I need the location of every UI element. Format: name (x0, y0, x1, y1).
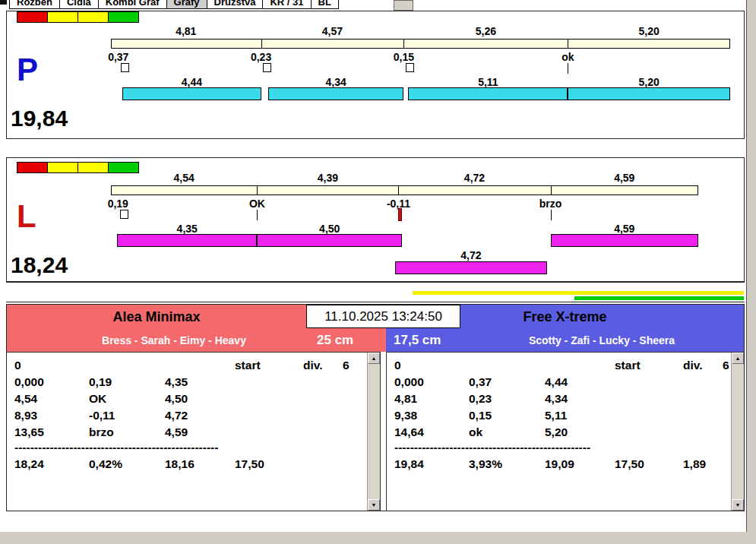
tab-grafy[interactable]: Grafy (166, 0, 207, 9)
split-time-label: 4,81 (176, 25, 196, 37)
split-tick-mark (551, 185, 552, 195)
run-bar-segment (268, 87, 403, 100)
list-cell: 5,20 (545, 425, 568, 439)
list-row: 14,64ok5,20 (387, 425, 744, 442)
list-cell: 6 (343, 359, 350, 372)
list-row: 4,810,234,34 (387, 392, 744, 409)
sensor-marker-box (120, 210, 128, 219)
results-section: Alea Minimax Bress - Sarah - Eimy - Heav… (6, 304, 745, 511)
list-cell: 1,89 (683, 457, 706, 471)
split-time-bar (111, 185, 698, 195)
tab-bl[interactable]: BL (311, 0, 339, 9)
list-cell: 0,15 (469, 409, 492, 422)
sensor-label: ok (561, 51, 574, 63)
list-cell: ----------------------------------------… (14, 441, 218, 454)
list-cell: ----------------------------------------… (394, 441, 590, 454)
progress-bar-yellow (413, 291, 744, 295)
list-cell: div. (683, 359, 703, 372)
list-cell: -0,11 (89, 409, 115, 422)
jump-height-right: 17,5 cm (394, 333, 441, 348)
app-window: RozbehCidlaKombi GrafGrafyDruzstvaKR / 3… (0, 0, 747, 532)
list-cell: 0,42% (89, 457, 122, 471)
list-row: 8,93-0,114,72 (7, 409, 380, 425)
split-tick-mark (257, 185, 258, 195)
list-row: 9,380,155,11 (387, 409, 744, 425)
list-cell: 4,59 (165, 425, 188, 439)
list-cell: div. (303, 359, 323, 372)
list-cell: 4,50 (165, 392, 188, 406)
list-cell: 4,72 (165, 409, 188, 422)
run-time-label: 5,11 (478, 76, 498, 88)
list-cell: ok (469, 425, 482, 439)
desktop-edge-bottom (0, 532, 756, 544)
sensor-label: OK (249, 198, 265, 210)
list-row: 19,843,93%19,0917,501,89 (387, 457, 744, 474)
list-cell: brzo (89, 425, 114, 439)
run-time-label: 4,72 (460, 249, 481, 261)
tab-bar: RozbehCidlaKombi GrafGrafyDruzstvaKR / 3… (9, 0, 339, 10)
sensor-label: 0,15 (394, 51, 414, 63)
list-cell: 14,64 (394, 425, 424, 439)
list-cell: 0 (14, 359, 21, 372)
lane-total-time-p: 19,84 (11, 107, 68, 130)
list-cell: 19,09 (545, 457, 574, 471)
list-cell: 3,93% (469, 457, 502, 471)
split-time-label: 5,20 (639, 25, 660, 37)
lane-total-time-l: 18,24 (11, 254, 68, 277)
list-cell: 17,50 (235, 457, 264, 471)
list-cell: 4,35 (165, 375, 188, 389)
split-tick-mark (261, 39, 262, 49)
run-bar-segment (568, 87, 730, 100)
tab-rozbeh[interactable]: Rozbeh (9, 0, 60, 9)
list-cell: 18,24 (14, 457, 44, 471)
list-cell: 0 (394, 359, 401, 372)
split-time-label: 4,72 (464, 172, 485, 184)
scroll-down-button[interactable]: ▼ (732, 499, 744, 511)
sensor-marker-box (263, 63, 271, 72)
run-bar-segment (395, 261, 547, 274)
list-row: 4,54OK4,50 (7, 392, 380, 409)
run-time-label: 5,20 (639, 76, 660, 88)
list-cell: 0,19 (89, 375, 112, 389)
sensor-marker-box (121, 63, 129, 72)
list-cell: 8,93 (14, 409, 37, 422)
scroll-down-button[interactable]: ▼ (368, 499, 380, 511)
tab-druzstva[interactable]: Druzstva (207, 0, 264, 9)
split-tick-mark (568, 39, 568, 49)
run-bar-segment (122, 87, 261, 100)
results-list-right[interactable]: ▲ ▼ 0startdiv.60,0000,374,444,810,234,34… (386, 352, 744, 511)
list-cell: 4,44 (545, 375, 568, 389)
list-cell: 5,11 (545, 409, 567, 422)
status-light (47, 162, 78, 173)
list-row: 0startdiv.6 (7, 359, 380, 375)
results-list-left[interactable]: ▲ ▼ 0startdiv.60,0000,194,354,54OK4,508,… (7, 352, 381, 511)
split-time-label: 4,59 (614, 172, 634, 184)
lane-panel-l: L 18,24 4,544,394,724,590,19OK-0,11brzo4… (6, 157, 745, 282)
lane-chart-p: 4,814,575,265,200,370,230,15ok4,444,345,… (111, 11, 730, 138)
list-cell: 4,54 (14, 392, 37, 406)
window-control[interactable] (394, 0, 413, 11)
list-cell: 6 (723, 359, 729, 372)
list-cell: 0,000 (14, 375, 44, 389)
tab-kombi-graf[interactable]: Kombi Graf (98, 0, 167, 9)
sensor-label: brzo (539, 198, 562, 210)
run-time-label: 4,44 (182, 76, 202, 88)
tab-cidla[interactable]: Cidla (59, 0, 99, 9)
sensor-marker-tick (568, 63, 568, 74)
sensor-label: 0,23 (251, 51, 271, 63)
list-cell: 0,37 (469, 375, 492, 389)
list-row: ----------------------------------------… (387, 441, 744, 457)
team-dogs-left: Bress - Sarah - Eimy - Heavy (7, 334, 341, 346)
run-time-label: 4,59 (614, 223, 634, 235)
status-light (77, 162, 109, 173)
list-row: 0,0000,374,44 (387, 375, 744, 392)
list-row: 0,0000,194,35 (7, 375, 380, 392)
list-cell: start (235, 359, 261, 372)
sensor-marker-redbox (398, 208, 402, 221)
jump-height-left: 25 cm (317, 333, 353, 348)
progress-strip (6, 282, 745, 302)
team-name-left: Alea Minimax (7, 309, 306, 325)
status-light (77, 11, 109, 23)
tab-kr-31[interactable]: KR / 31 (262, 0, 311, 9)
list-row: 18,240,42%18,1617,50 (7, 457, 380, 474)
